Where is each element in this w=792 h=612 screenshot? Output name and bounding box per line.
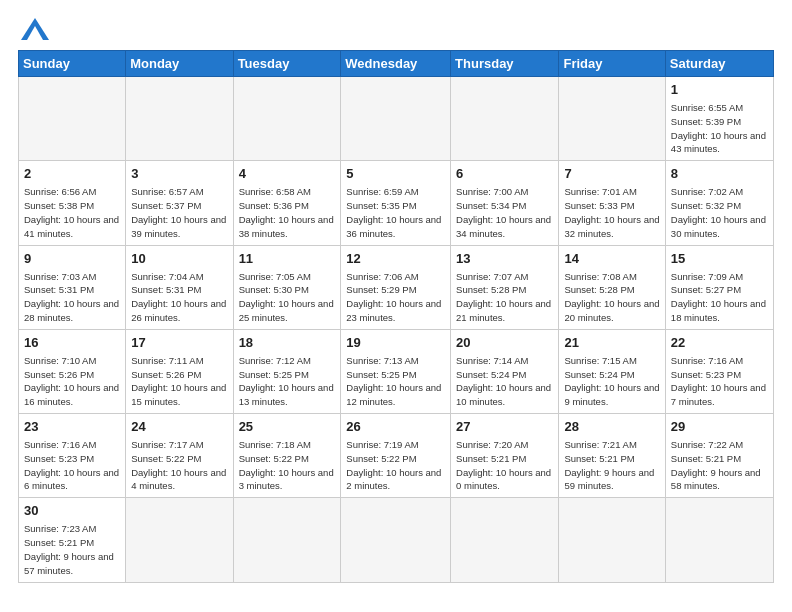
calendar-cell: 26Sunrise: 7:19 AM Sunset: 5:22 PM Dayli…: [341, 414, 451, 498]
day-number: 2: [24, 165, 120, 183]
calendar-cell: 10Sunrise: 7:04 AM Sunset: 5:31 PM Dayli…: [126, 245, 233, 329]
day-number: 11: [239, 250, 336, 268]
day-number: 28: [564, 418, 659, 436]
day-number: 29: [671, 418, 768, 436]
day-number: 20: [456, 334, 553, 352]
day-info: Sunrise: 7:16 AM Sunset: 5:23 PM Dayligh…: [24, 438, 120, 493]
calendar-cell: [341, 77, 451, 161]
day-info: Sunrise: 7:15 AM Sunset: 5:24 PM Dayligh…: [564, 354, 659, 409]
day-number: 4: [239, 165, 336, 183]
day-number: 24: [131, 418, 227, 436]
day-number: 19: [346, 334, 445, 352]
day-info: Sunrise: 7:08 AM Sunset: 5:28 PM Dayligh…: [564, 270, 659, 325]
calendar-cell: 28Sunrise: 7:21 AM Sunset: 5:21 PM Dayli…: [559, 414, 665, 498]
calendar-cell: 30Sunrise: 7:23 AM Sunset: 5:21 PM Dayli…: [19, 498, 126, 582]
calendar-cell: [451, 77, 559, 161]
day-info: Sunrise: 7:09 AM Sunset: 5:27 PM Dayligh…: [671, 270, 768, 325]
day-number: 16: [24, 334, 120, 352]
day-number: 3: [131, 165, 227, 183]
day-info: Sunrise: 7:03 AM Sunset: 5:31 PM Dayligh…: [24, 270, 120, 325]
day-info: Sunrise: 7:22 AM Sunset: 5:21 PM Dayligh…: [671, 438, 768, 493]
calendar-cell: 11Sunrise: 7:05 AM Sunset: 5:30 PM Dayli…: [233, 245, 341, 329]
calendar-cell: [126, 498, 233, 582]
calendar-cell: 9Sunrise: 7:03 AM Sunset: 5:31 PM Daylig…: [19, 245, 126, 329]
day-info: Sunrise: 7:04 AM Sunset: 5:31 PM Dayligh…: [131, 270, 227, 325]
day-number: 25: [239, 418, 336, 436]
calendar-cell: 23Sunrise: 7:16 AM Sunset: 5:23 PM Dayli…: [19, 414, 126, 498]
day-number: 8: [671, 165, 768, 183]
day-number: 22: [671, 334, 768, 352]
day-info: Sunrise: 7:23 AM Sunset: 5:21 PM Dayligh…: [24, 522, 120, 577]
day-number: 18: [239, 334, 336, 352]
day-info: Sunrise: 7:20 AM Sunset: 5:21 PM Dayligh…: [456, 438, 553, 493]
day-header-thursday: Thursday: [451, 51, 559, 77]
calendar-cell: 17Sunrise: 7:11 AM Sunset: 5:26 PM Dayli…: [126, 329, 233, 413]
calendar-week-0: 1Sunrise: 6:55 AM Sunset: 5:39 PM Daylig…: [19, 77, 774, 161]
day-header-saturday: Saturday: [665, 51, 773, 77]
calendar-cell: 16Sunrise: 7:10 AM Sunset: 5:26 PM Dayli…: [19, 329, 126, 413]
day-info: Sunrise: 7:07 AM Sunset: 5:28 PM Dayligh…: [456, 270, 553, 325]
calendar-cell: [451, 498, 559, 582]
day-info: Sunrise: 7:02 AM Sunset: 5:32 PM Dayligh…: [671, 185, 768, 240]
day-info: Sunrise: 7:06 AM Sunset: 5:29 PM Dayligh…: [346, 270, 445, 325]
day-info: Sunrise: 6:56 AM Sunset: 5:38 PM Dayligh…: [24, 185, 120, 240]
day-header-wednesday: Wednesday: [341, 51, 451, 77]
day-info: Sunrise: 7:13 AM Sunset: 5:25 PM Dayligh…: [346, 354, 445, 409]
calendar-cell: 21Sunrise: 7:15 AM Sunset: 5:24 PM Dayli…: [559, 329, 665, 413]
day-info: Sunrise: 6:55 AM Sunset: 5:39 PM Dayligh…: [671, 101, 768, 156]
calendar-cell: 20Sunrise: 7:14 AM Sunset: 5:24 PM Dayli…: [451, 329, 559, 413]
calendar-cell: 5Sunrise: 6:59 AM Sunset: 5:35 PM Daylig…: [341, 161, 451, 245]
calendar-cell: 7Sunrise: 7:01 AM Sunset: 5:33 PM Daylig…: [559, 161, 665, 245]
day-info: Sunrise: 7:01 AM Sunset: 5:33 PM Dayligh…: [564, 185, 659, 240]
calendar-week-1: 2Sunrise: 6:56 AM Sunset: 5:38 PM Daylig…: [19, 161, 774, 245]
day-number: 15: [671, 250, 768, 268]
calendar-cell: [19, 77, 126, 161]
calendar-cell: 12Sunrise: 7:06 AM Sunset: 5:29 PM Dayli…: [341, 245, 451, 329]
day-info: Sunrise: 7:21 AM Sunset: 5:21 PM Dayligh…: [564, 438, 659, 493]
day-info: Sunrise: 7:12 AM Sunset: 5:25 PM Dayligh…: [239, 354, 336, 409]
header: [18, 18, 774, 40]
logo: [18, 18, 49, 40]
calendar-week-5: 30Sunrise: 7:23 AM Sunset: 5:21 PM Dayli…: [19, 498, 774, 582]
day-number: 30: [24, 502, 120, 520]
day-info: Sunrise: 6:58 AM Sunset: 5:36 PM Dayligh…: [239, 185, 336, 240]
day-number: 23: [24, 418, 120, 436]
calendar-cell: [233, 77, 341, 161]
day-header-tuesday: Tuesday: [233, 51, 341, 77]
calendar-cell: 27Sunrise: 7:20 AM Sunset: 5:21 PM Dayli…: [451, 414, 559, 498]
calendar-cell: 2Sunrise: 6:56 AM Sunset: 5:38 PM Daylig…: [19, 161, 126, 245]
calendar-week-2: 9Sunrise: 7:03 AM Sunset: 5:31 PM Daylig…: [19, 245, 774, 329]
calendar-cell: 1Sunrise: 6:55 AM Sunset: 5:39 PM Daylig…: [665, 77, 773, 161]
day-header-friday: Friday: [559, 51, 665, 77]
logo-icon: [21, 18, 49, 40]
day-info: Sunrise: 6:59 AM Sunset: 5:35 PM Dayligh…: [346, 185, 445, 240]
calendar-cell: 25Sunrise: 7:18 AM Sunset: 5:22 PM Dayli…: [233, 414, 341, 498]
day-number: 6: [456, 165, 553, 183]
calendar-week-4: 23Sunrise: 7:16 AM Sunset: 5:23 PM Dayli…: [19, 414, 774, 498]
day-info: Sunrise: 7:14 AM Sunset: 5:24 PM Dayligh…: [456, 354, 553, 409]
day-info: Sunrise: 6:57 AM Sunset: 5:37 PM Dayligh…: [131, 185, 227, 240]
calendar-week-3: 16Sunrise: 7:10 AM Sunset: 5:26 PM Dayli…: [19, 329, 774, 413]
day-number: 21: [564, 334, 659, 352]
calendar-cell: 24Sunrise: 7:17 AM Sunset: 5:22 PM Dayli…: [126, 414, 233, 498]
day-info: Sunrise: 7:10 AM Sunset: 5:26 PM Dayligh…: [24, 354, 120, 409]
calendar-cell: [341, 498, 451, 582]
page: SundayMondayTuesdayWednesdayThursdayFrid…: [0, 0, 792, 593]
day-header-monday: Monday: [126, 51, 233, 77]
day-number: 27: [456, 418, 553, 436]
calendar-cell: [665, 498, 773, 582]
day-info: Sunrise: 7:18 AM Sunset: 5:22 PM Dayligh…: [239, 438, 336, 493]
day-number: 10: [131, 250, 227, 268]
calendar-cell: 29Sunrise: 7:22 AM Sunset: 5:21 PM Dayli…: [665, 414, 773, 498]
day-number: 7: [564, 165, 659, 183]
day-number: 17: [131, 334, 227, 352]
day-info: Sunrise: 7:11 AM Sunset: 5:26 PM Dayligh…: [131, 354, 227, 409]
day-number: 12: [346, 250, 445, 268]
calendar-cell: [233, 498, 341, 582]
day-info: Sunrise: 7:00 AM Sunset: 5:34 PM Dayligh…: [456, 185, 553, 240]
day-info: Sunrise: 7:19 AM Sunset: 5:22 PM Dayligh…: [346, 438, 445, 493]
day-number: 14: [564, 250, 659, 268]
calendar: SundayMondayTuesdayWednesdayThursdayFrid…: [18, 50, 774, 583]
day-info: Sunrise: 7:17 AM Sunset: 5:22 PM Dayligh…: [131, 438, 227, 493]
day-number: 13: [456, 250, 553, 268]
